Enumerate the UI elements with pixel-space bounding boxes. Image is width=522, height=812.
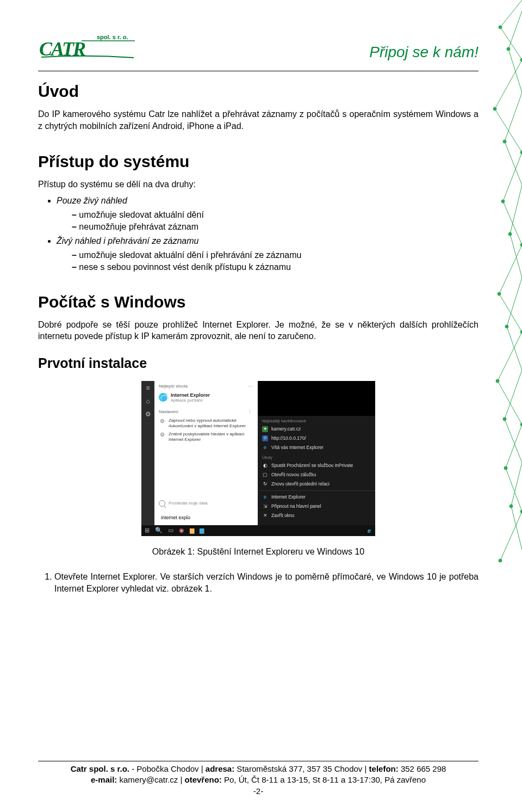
pristup-list: Pouze živý náhled umožňuje sledovat aktu… [38,196,478,272]
app-icon: ▆ [200,527,204,534]
reopen-icon: ↻ [262,481,268,487]
search-result-app: Internet Explorer Aplikace počítače [154,390,258,405]
site-icon: ✦ [262,426,268,432]
pin-icon: ⇲ [262,503,268,509]
install-steps: Otevřete Internet Explorer. Ve starších … [38,571,478,594]
folder-icon: ▆ [190,527,194,534]
svg-point-4 [496,379,499,383]
pristup-intro: Přístup do systému se dělí na dva druhy: [38,179,478,190]
search-input-typed: internet explo [159,513,253,522]
heading-pristup: Přístup do systému [38,152,478,171]
start-leftbar: ≡ ⌂ ⚙ [141,381,154,525]
start-search-panel: Nejlepší shoda··· Internet Explorer Apli… [154,381,258,525]
home-icon: ⌂ [146,397,150,405]
page-number: -2- [38,786,478,796]
header-rule [38,71,478,71]
windows-screenshot-figure: ≡ ⌂ ⚙ Nejlepší shoda··· Internet Explore… [141,381,375,536]
svg-point-5 [504,466,507,470]
footer-rule [38,761,478,761]
heading-instalace: Prvotní instalace [38,355,478,371]
svg-text:spol. s r. o.: spol. s r. o. [97,34,128,40]
svg-point-7 [507,47,510,51]
gear-icon: ⚙ [159,418,165,425]
svg-point-12 [509,505,513,508]
footer-line-2: e-mail: kamery@catr.cz | otevřeno: Po, Ú… [38,774,478,785]
svg-point-8 [503,140,506,143]
inprivate-icon: ◐ [262,463,268,469]
jumplist-panel: Nejčastěji navštěvované ✦kamery.catr.cz … [258,416,375,525]
install-step-1: Otevřete Internet Explorer. Ve starších … [54,571,478,594]
slogan: Připoj se k nám! [369,44,478,61]
svg-point-2 [501,200,505,203]
svg-point-9 [508,232,512,236]
close-icon: ✕ [262,513,268,519]
gear-icon: ⚙ [145,410,151,418]
gear-icon: ⚙ [159,432,165,438]
taskbar: ⊞ 🔍 ▭ ◉ ▆ ▆ e [141,525,375,536]
pristup-item-1: Pouze živý náhled umožňuje sledovat aktu… [57,196,478,232]
ie-icon: e [262,494,268,500]
page-header: spol. s r. o. CATR Připoj se k nám! [38,33,478,61]
svg-point-6 [499,559,502,562]
page-footer: Catr spol. s r.o. - Pobočka Chodov | adr… [38,761,478,796]
search-icon [159,500,165,507]
chevron-right-icon: 〉 [248,408,253,415]
svg-point-11 [503,417,506,421]
uvod-paragraph: Do IP kamerového systému Catr lze nahlíž… [38,108,478,132]
search-icon: 🔍 [155,527,163,534]
svg-point-1 [493,107,496,110]
svg-point-10 [505,325,508,328]
ie-icon [159,393,167,402]
windows-paragraph: Dobré podpoře se těší pouze prohlížeč In… [38,319,478,342]
ie-taskbar-icon: e [368,527,371,534]
hamburger-icon: ≡ [146,384,150,392]
svg-point-3 [498,292,501,296]
decorative-pattern [484,0,522,566]
pristup-item-2-sub: umožňuje sledovat aktuální dění i přehrá… [57,250,478,272]
ie-icon: e [262,445,268,451]
page-content: spol. s r. o. CATR Připoj se k nám! Úvod… [0,0,522,812]
pristup-item-1-sub: umožňuje sledovat aktuální dění neumožňu… [57,210,478,232]
windows-icon: ⊞ [145,527,150,534]
browser-icon: ◉ [179,527,184,534]
heading-windows: Počítač s Windows [38,293,478,311]
pristup-item-2: Živý náhled i přehrávání ze záznamu umož… [57,236,478,272]
figure-caption: Obrázek 1: Spuštění Internet Exploreru v… [38,547,478,557]
taskview-icon: ▭ [168,527,173,534]
site-icon: ʘ [262,435,268,441]
newtab-icon: ▢ [262,472,268,478]
heading-uvod: Úvod [38,82,478,101]
catr-logo: spol. s r. o. CATR [38,33,136,61]
svg-point-0 [499,26,502,29]
footer-line-1: Catr spol. s r.o. - Pobočka Chodov | adr… [38,764,478,774]
